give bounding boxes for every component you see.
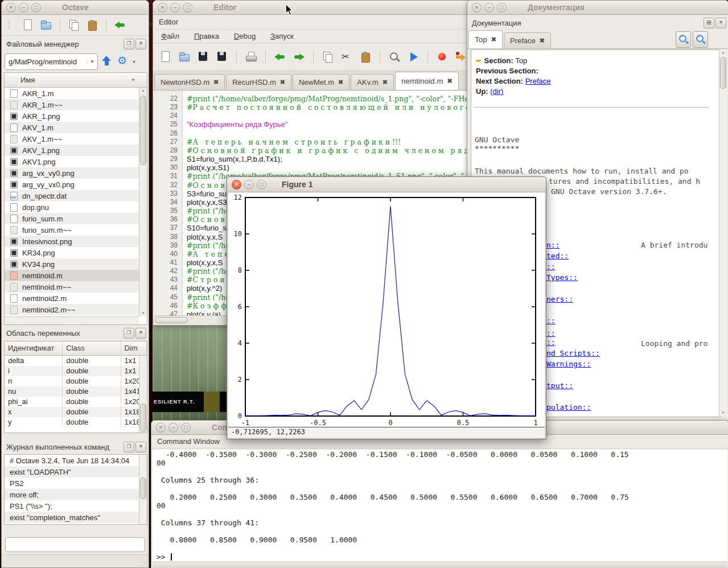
variable-row[interactable]: xdouble1x18 bbox=[5, 407, 147, 417]
file-row[interactable]: dop.gnu bbox=[5, 201, 139, 213]
history-item[interactable]: exist "LOADPATH" bbox=[5, 466, 139, 478]
gear-dropdown-icon[interactable]: ▼ bbox=[132, 60, 136, 64]
menu-item[interactable]: Файл bbox=[161, 32, 179, 40]
print-icon[interactable] bbox=[244, 50, 258, 64]
maximize-icon[interactable] bbox=[183, 3, 192, 13]
layout-icon[interactable] bbox=[704, 18, 714, 28]
close-tab-icon[interactable]: ✖ bbox=[382, 79, 388, 86]
workspace-columns[interactable]: ИдентификатClassDim bbox=[5, 341, 147, 356]
close-panel-icon[interactable] bbox=[715, 18, 726, 28]
file-row[interactable]: AKV_1.m bbox=[5, 122, 139, 133]
file-list[interactable]: AKR_1.mAKR_1.m~~AKR_1.pngAKV_1.mAKV_1.m~… bbox=[5, 88, 139, 316]
doc-link[interactable]: :: bbox=[546, 414, 556, 417]
terminal[interactable]: -0.4000 -0.3500 -0.3000 -0.2500 -0.2000 … bbox=[153, 450, 727, 562]
copy-icon[interactable] bbox=[321, 50, 335, 64]
close-panel-icon[interactable] bbox=[135, 39, 146, 50]
file-list-vscrollbar[interactable]: ▲▼ bbox=[139, 88, 147, 316]
close-panel-icon[interactable] bbox=[135, 442, 146, 452]
file-row[interactable]: nemtinoid.m~~ bbox=[5, 281, 139, 293]
overflow-icon[interactable] bbox=[145, 18, 159, 32]
file-row[interactable]: AKV_1.png bbox=[5, 145, 139, 156]
minimize-icon[interactable] bbox=[484, 3, 494, 13]
close-tab-icon[interactable]: ✖ bbox=[213, 79, 219, 86]
command-hscrollbar[interactable] bbox=[153, 562, 727, 568]
column-header[interactable]: Идентификат bbox=[5, 341, 63, 355]
chevron-down-icon[interactable]: ▼ bbox=[87, 59, 97, 64]
terminal-prompt[interactable]: >> bbox=[157, 553, 727, 561]
save-as-icon[interactable] bbox=[215, 50, 229, 64]
editor-titlebar[interactable]: Editor bbox=[153, 1, 482, 15]
undo-icon[interactable] bbox=[273, 50, 287, 64]
gear-icon[interactable] bbox=[116, 55, 130, 68]
zoom-out-icon[interactable]: − bbox=[676, 31, 691, 48]
minimize-icon[interactable] bbox=[244, 180, 254, 190]
doc-link[interactable]: Types:: bbox=[546, 273, 578, 282]
file-row[interactable]: arg_vx_vy0.png bbox=[5, 167, 139, 179]
file-row[interactable]: arg_vy_vx0.png bbox=[5, 179, 139, 190]
paste-icon[interactable] bbox=[85, 18, 99, 32]
menu-item[interactable]: Запуск bbox=[270, 32, 294, 40]
tab-NewtonHSD.m[interactable]: NewtonHSD.m✖ bbox=[154, 74, 225, 90]
tab-nemtinoid.m[interactable]: nemtinoid.m✖ bbox=[395, 72, 459, 90]
minimize-icon[interactable] bbox=[19, 3, 28, 13]
open-icon[interactable] bbox=[178, 50, 191, 64]
variable-row[interactable]: phi_aidouble1x20 bbox=[5, 397, 147, 407]
file-row[interactable]: AKR_1.png bbox=[5, 110, 139, 122]
doc-vscrollbar[interactable]: ▲▼ bbox=[719, 50, 727, 416]
maximize-icon[interactable] bbox=[31, 3, 41, 13]
file-row[interactable]: nemtinoid.m bbox=[5, 270, 139, 281]
minimize-icon[interactable] bbox=[168, 423, 178, 433]
close-icon[interactable] bbox=[156, 423, 166, 433]
file-row[interactable]: furio_sum.m bbox=[5, 213, 139, 224]
doc-link[interactable]: :: bbox=[546, 329, 556, 337]
menu-item[interactable]: Правка bbox=[194, 32, 219, 40]
file-row[interactable]: AKV1.png bbox=[5, 156, 139, 167]
doc-link[interactable]: nd Scripts:: bbox=[546, 349, 600, 357]
file-row[interactable]: KR34.png bbox=[5, 247, 139, 258]
doc-link[interactable]: :: bbox=[546, 262, 556, 271]
new-file-icon[interactable] bbox=[159, 50, 172, 64]
history-item[interactable]: exist "completion_matches" bbox=[5, 512, 139, 523]
plot-canvas[interactable]: -1-0.500.51024681012 bbox=[228, 192, 545, 428]
doc-link[interactable]: n:: bbox=[546, 241, 560, 249]
doc-link[interactable]: ners:: bbox=[546, 295, 573, 303]
file-row[interactable]: AKV_1.m~~ bbox=[5, 133, 139, 145]
doc-link[interactable]: tput:: bbox=[546, 381, 573, 390]
close-tab-icon[interactable]: ✖ bbox=[491, 36, 496, 43]
menu-item[interactable]: Debug bbox=[234, 32, 256, 40]
up-link[interactable]: (dir) bbox=[490, 87, 503, 96]
paste-icon[interactable] bbox=[359, 50, 372, 64]
file-row[interactable]: KV34.png bbox=[5, 258, 139, 270]
close-tab-icon[interactable]: ✖ bbox=[540, 37, 545, 44]
file-row[interactable]: nemtinoid2.m~~ bbox=[5, 304, 139, 315]
save-icon[interactable] bbox=[196, 50, 210, 64]
figure-titlebar[interactable]: Figure 1 bbox=[227, 177, 546, 192]
directory-up-icon[interactable] bbox=[100, 55, 114, 68]
redo-icon[interactable] bbox=[292, 50, 306, 64]
undock-icon[interactable] bbox=[124, 442, 134, 452]
next-section-link[interactable]: Preface bbox=[525, 77, 551, 85]
file-row[interactable]: dn_spectr.dat bbox=[5, 190, 139, 201]
zoom-out-icon[interactable]: − bbox=[693, 31, 708, 48]
history-item[interactable]: # Octave 3.2.4, Tue Jun 18 14:34:04 bbox=[5, 455, 139, 466]
cut-icon[interactable] bbox=[340, 50, 353, 64]
history-item[interactable]: PS1 ("\\s> "); bbox=[5, 500, 139, 512]
new-file-icon[interactable] bbox=[21, 18, 35, 32]
close-tab-icon[interactable]: ✖ bbox=[280, 79, 285, 86]
undo-icon[interactable] bbox=[113, 18, 127, 32]
history-vscrollbar[interactable] bbox=[139, 455, 147, 524]
close-icon[interactable] bbox=[158, 3, 167, 13]
variable-row[interactable]: deltadouble1x1 bbox=[5, 356, 147, 366]
file-row[interactable]: Intesivnost.png bbox=[5, 236, 139, 247]
sort-icon[interactable]: ▼ bbox=[131, 73, 147, 87]
column-header[interactable]: Class bbox=[63, 341, 121, 355]
close-tab-icon[interactable]: ✖ bbox=[338, 79, 343, 86]
toggle-breakpoint-icon[interactable] bbox=[435, 50, 449, 64]
tab-NewMet.m[interactable]: NewMet.m✖ bbox=[293, 74, 349, 90]
doc-tab-preface[interactable]: Preface✖ bbox=[504, 32, 551, 48]
history-item[interactable]: more off; bbox=[5, 489, 139, 500]
close-panel-icon[interactable] bbox=[135, 328, 146, 339]
doc-link[interactable]: pulation:: bbox=[546, 403, 591, 411]
open-icon[interactable] bbox=[39, 18, 53, 32]
doc-tab-top[interactable]: Top✖ bbox=[468, 30, 503, 48]
